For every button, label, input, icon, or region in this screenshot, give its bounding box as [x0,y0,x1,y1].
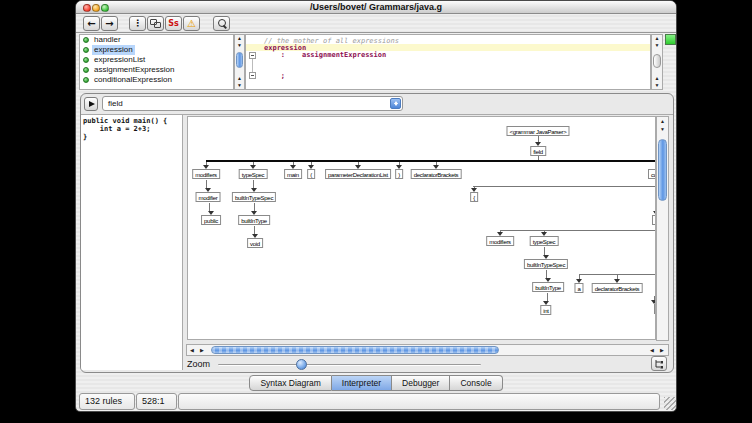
tree-node[interactable]: builtInTypeSpec [232,192,276,202]
start-rule-select[interactable]: field [102,96,403,111]
sort-rules-icon: ⋮ [133,19,142,28]
interpreter-toolbar: field [81,94,673,115]
tree-node[interactable]: builtInType [532,282,564,292]
scroll-down-icon[interactable]: ▼ [235,42,244,49]
rule-name: expression [92,45,135,55]
tree-node[interactable]: typeSpec [239,169,268,179]
warnings-icon: ⚠ [187,19,196,29]
toolbar-button-sort-rules[interactable]: ⋮ [129,16,146,31]
toolbar-button-syntax-diagram[interactable] [147,16,164,31]
toolbar-button-find[interactable] [213,16,230,31]
tree-layout-button[interactable] [651,356,667,371]
tree-vertical-scrollbar: ▲ ▼ [656,116,669,341]
tree-node[interactable]: typeSpec [530,236,559,246]
tree-node[interactable]: builtInType [238,215,270,225]
tree-connector-line [500,230,656,231]
toolbar-button-back[interactable]: ← [83,16,100,31]
scroll-right-icon[interactable]: ▶ [197,345,207,355]
tree-node[interactable]: main [284,169,302,179]
tree-horizontal-scrollbar: ◀ ▶ ◀ ▶ [186,344,669,356]
scroll-left-icon[interactable]: ◀ [647,345,657,355]
scroll-down-icon[interactable]: ▼ [652,82,662,89]
tree-node[interactable]: ) [395,169,403,179]
scroll-up-icon[interactable]: ▲ [657,118,668,125]
scroll-right-icon[interactable]: ▶ [657,345,667,355]
tree-layout-icon [654,359,664,369]
interpreter-pane: field public void main() { int a = 2+3; … [80,93,674,373]
tree-vscroll-thumb[interactable] [658,139,667,201]
current-line-highlight [246,44,650,51]
tab-syntax-diagram[interactable]: Syntax Diagram [249,375,331,391]
rules-count-badge: 132 rules [79,393,135,410]
rule-list-item[interactable]: handler [80,35,233,45]
tab-interpreter[interactable]: Interpreter [332,375,392,391]
tree-node[interactable]: modifier [196,192,221,202]
back-icon: ← [87,19,95,29]
scroll-down-icon[interactable]: ▼ [652,42,662,49]
toolbar-button-warnings[interactable]: ⚠ [183,16,200,31]
toolbar-button-forward[interactable]: → [101,16,118,31]
scroll-down-icon[interactable]: ▼ [235,82,244,89]
tree-node[interactable]: modifiers [192,169,220,179]
tree-node[interactable]: a [574,283,583,293]
fold-marker-icon[interactable] [249,72,256,79]
coloring-icon: Ss [168,20,179,28]
forward-icon: → [105,19,113,29]
tree-hscroll-thumb[interactable] [211,346,499,354]
tree-node[interactable]: void [247,238,263,248]
caret-position-badge: 528:1 [136,393,177,410]
screen-background: /Users/bovet/ Grammars/java.g ←→⋮Ss⚠ han… [0,0,752,423]
rule-status-icon [83,47,89,53]
rule-status-icon [83,77,89,83]
tree-connector-line [206,160,656,162]
rule-list-item[interactable]: expression [80,45,233,55]
rule-name: conditionalExpression [92,75,174,85]
run-interpreter-button[interactable] [84,97,98,111]
tree-node[interactable]: field [530,146,546,156]
rule-list-item[interactable]: expressionList [80,55,233,65]
tree-node[interactable]: <grammar JavaParser> [506,126,569,136]
toolbar-button-coloring[interactable]: Ss [165,16,182,31]
rule-list-item[interactable]: conditionalExpression [80,75,233,85]
rule-status-icon [83,37,89,43]
toolbar: ←→⋮Ss⚠ [76,14,676,33]
fold-marker-icon[interactable] [249,52,256,59]
tree-node[interactable]: declaratorBrackets [411,169,462,179]
scroll-up-icon[interactable]: ▲ [652,75,662,82]
scroll-up-icon[interactable]: ▲ [652,35,662,42]
scroll-up-icon[interactable]: ▲ [235,35,244,42]
tree-node[interactable]: public [201,215,221,225]
rule-list-item[interactable]: assignmentExpression [80,65,233,75]
tree-connector-line [473,186,656,187]
grammar-editor[interactable]: // the mother of all expressionsexpressi… [245,34,651,90]
tree-node[interactable]: builtInTypeSpec [524,259,568,269]
rule-name: handler [92,35,123,45]
tree-node[interactable]: int [540,305,551,315]
scroll-left-icon[interactable]: ◀ [187,345,197,355]
titlebar[interactable]: /Users/bovet/ Grammars/java.g [76,1,676,14]
zoom-button[interactable] [101,4,109,12]
fold-connector [252,59,253,73]
rule-status-icon [83,57,89,63]
zoom-slider-thumb[interactable] [296,359,307,370]
scroll-down-icon[interactable]: ▼ [657,126,668,133]
rules-scroll-thumb[interactable] [236,52,243,68]
resize-grip[interactable] [664,397,677,410]
tree-node[interactable]: declaratorBrackets [592,283,643,293]
tree-node[interactable]: compoundStatement [648,169,656,179]
zoom-slider-track[interactable] [218,364,481,366]
syntax-diagram-icon [150,19,161,28]
tab-debugger[interactable]: Debugger [392,375,450,391]
tree-node[interactable]: { [470,192,478,202]
tab-console[interactable]: Console [450,375,502,391]
input-text-area[interactable]: public void main() { int a = 2+3; } [81,115,183,370]
minimize-button[interactable] [92,4,100,12]
scroll-up-icon[interactable]: ▲ [235,75,244,82]
combo-stepper-icon[interactable] [390,98,401,109]
editor-scroll-thumb[interactable] [653,54,661,68]
tree-node[interactable]: parameterDeclarationList [325,169,391,179]
parse-tree-canvas: <grammar JavaParser>fieldmodifierstypeSp… [187,116,656,340]
tree-node[interactable]: ( [307,169,315,179]
close-button[interactable] [83,4,91,12]
tree-node[interactable]: modifiers [486,236,514,246]
